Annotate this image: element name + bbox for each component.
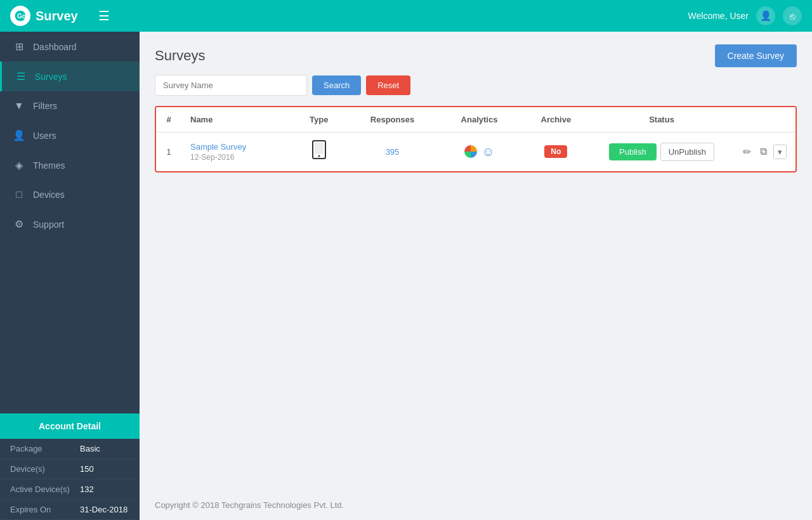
svg-point-4 bbox=[318, 155, 320, 157]
sidebar-item-label-dashboard: Dashboard bbox=[33, 42, 77, 52]
col-name: Name bbox=[181, 107, 292, 133]
row-responses: 395 bbox=[346, 133, 439, 171]
hamburger-icon[interactable]: ☰ bbox=[98, 8, 110, 23]
sidebar-item-label-devices: Devices bbox=[33, 190, 65, 200]
unpublish-button[interactable]: UnPublish bbox=[660, 143, 714, 161]
type-tablet-icon bbox=[311, 146, 327, 162]
search-bar: Search Reset bbox=[140, 75, 812, 106]
row-actions: ✏ ⧉ ▾ bbox=[731, 133, 796, 171]
account-detail-header: Account Detail bbox=[0, 413, 140, 439]
sidebar-item-filters[interactable]: ▼ Filters bbox=[0, 91, 140, 120]
smiley-icon[interactable]: ☺ bbox=[481, 145, 494, 159]
copy-icon-button[interactable]: ⧉ bbox=[757, 143, 769, 160]
row-name: Sample Survey 12-Sep-2016 bbox=[181, 133, 292, 171]
col-responses: Responses bbox=[346, 107, 439, 133]
sidebar-item-users[interactable]: 👤 Users bbox=[0, 120, 140, 150]
brand-icon: Go bbox=[10, 6, 30, 26]
main-content: Surveys Create Survey Search Reset # Nam… bbox=[140, 32, 812, 520]
edit-icon-button[interactable]: ✏ bbox=[740, 143, 754, 160]
sidebar-item-label-surveys: Surveys bbox=[35, 72, 67, 82]
sidebar-item-label-filters: Filters bbox=[33, 101, 57, 111]
search-button[interactable]: Search bbox=[312, 75, 361, 95]
account-detail-table: Package Basic Device(s) 150 Active Devic… bbox=[0, 439, 140, 520]
sidebar-item-devices[interactable]: □ Devices bbox=[0, 180, 140, 209]
navbar-right: Welcome, User 👤 ⎋ bbox=[688, 6, 802, 25]
survey-date: 12-Sep-2016 bbox=[190, 153, 283, 162]
sidebar-item-label-themes: Themes bbox=[33, 160, 65, 171]
sidebar-item-label-support: Support bbox=[33, 219, 64, 230]
sidebar-item-support[interactable]: ⚙ Support bbox=[0, 209, 140, 239]
page-title: Surveys bbox=[155, 48, 205, 64]
table-header-row: # Name Type Responses Analytics Archive … bbox=[156, 107, 796, 133]
account-row-package: Package Basic bbox=[0, 439, 140, 459]
svg-rect-3 bbox=[315, 143, 323, 153]
brand-name: Survey bbox=[36, 9, 78, 23]
table-row: 1 Sample Survey 12-Sep-2016 bbox=[156, 133, 796, 171]
sidebar-item-themes[interactable]: ◈ Themes bbox=[0, 150, 140, 180]
filters-icon: ▼ bbox=[13, 100, 25, 112]
row-analytics: ☺ bbox=[438, 133, 520, 171]
footer: Copyright © 2018 Techgrains Technologies… bbox=[140, 490, 812, 520]
search-input[interactable] bbox=[155, 75, 307, 96]
surveys-table-container: # Name Type Responses Analytics Archive … bbox=[155, 106, 797, 172]
dashboard-icon: ⊞ bbox=[13, 41, 25, 53]
surveys-table: # Name Type Responses Analytics Archive … bbox=[156, 107, 796, 171]
row-archive: No bbox=[520, 133, 592, 171]
dropdown-button[interactable]: ▾ bbox=[773, 145, 787, 159]
row-type bbox=[292, 133, 346, 171]
themes-icon: ◈ bbox=[13, 159, 25, 171]
footer-text: Copyright © 2018 Techgrains Technologies… bbox=[155, 500, 344, 510]
support-icon: ⚙ bbox=[13, 218, 25, 230]
col-status: Status bbox=[592, 107, 731, 133]
user-profile-icon[interactable]: 👤 bbox=[756, 6, 775, 25]
main-header: Surveys Create Survey bbox=[140, 32, 812, 75]
svg-text:Go: Go bbox=[17, 13, 26, 20]
archive-badge: No bbox=[544, 145, 567, 158]
col-actions bbox=[731, 107, 796, 133]
col-analytics: Analytics bbox=[438, 107, 520, 133]
sidebar-item-label-users: Users bbox=[33, 131, 56, 141]
logout-icon[interactable]: ⎋ bbox=[783, 6, 802, 25]
account-row-devices: Device(s) 150 bbox=[0, 459, 140, 479]
account-row-active-devices: Active Device(s) 132 bbox=[0, 479, 140, 500]
survey-name-link[interactable]: Sample Survey bbox=[190, 142, 246, 152]
sidebar-item-surveys[interactable]: ☰ Surveys bbox=[0, 62, 140, 91]
sidebar-item-dashboard[interactable]: ⊞ Dashboard bbox=[0, 32, 140, 62]
users-icon: 👤 bbox=[13, 129, 25, 141]
pie-chart-icon[interactable] bbox=[464, 145, 478, 159]
col-num: # bbox=[156, 107, 181, 133]
col-archive: Archive bbox=[520, 107, 592, 133]
col-type: Type bbox=[292, 107, 346, 133]
surveys-icon: ☰ bbox=[15, 70, 27, 82]
devices-icon: □ bbox=[13, 189, 25, 200]
sidebar: ⊞ Dashboard ☰ Surveys ▼ Filters 👤 Users … bbox=[0, 32, 140, 520]
publish-button[interactable]: Publish bbox=[609, 143, 657, 160]
account-row-expires: Expires On 31-Dec-2018 bbox=[0, 500, 140, 520]
row-num: 1 bbox=[156, 133, 181, 171]
create-survey-button[interactable]: Create Survey bbox=[715, 44, 797, 67]
row-status: Publish UnPublish bbox=[592, 133, 731, 171]
navbar: Go Survey ☰ Welcome, User 👤 ⎋ bbox=[0, 0, 812, 32]
reset-button[interactable]: Reset bbox=[366, 75, 410, 95]
welcome-text: Welcome, User bbox=[688, 11, 749, 21]
